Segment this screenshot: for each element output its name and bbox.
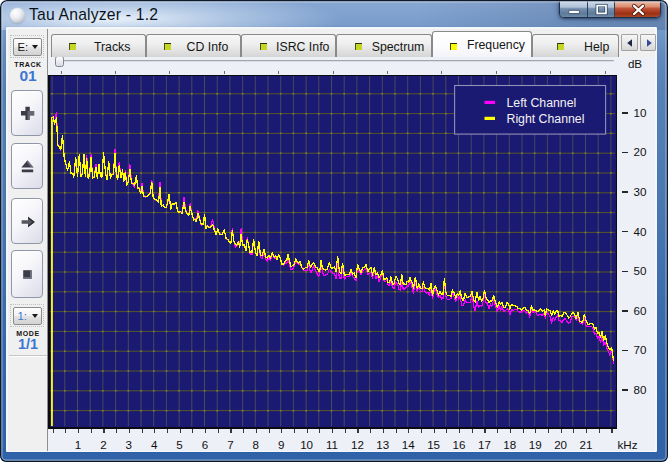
svg-text:Left Channel: Left Channel bbox=[507, 96, 577, 110]
svg-text:Right Channel: Right Channel bbox=[507, 112, 585, 126]
